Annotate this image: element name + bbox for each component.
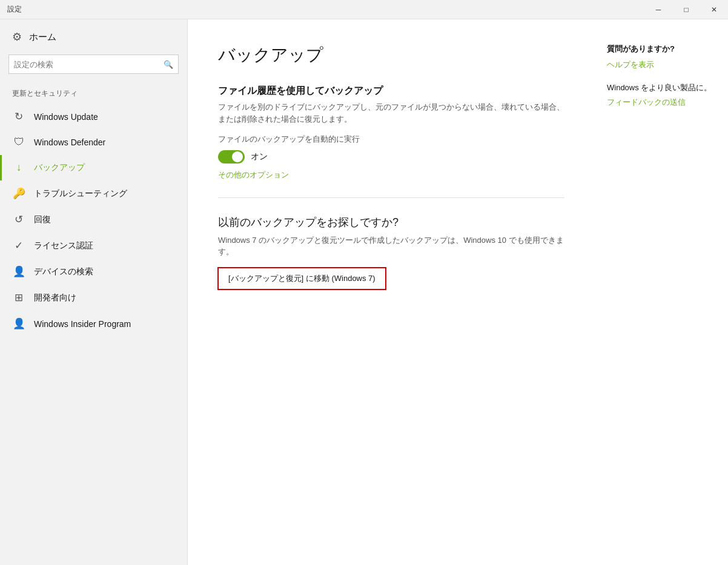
- auto-backup-toggle[interactable]: [218, 150, 245, 164]
- main-content: バックアップ ファイル履歴を使用してバックアップ ファイルを別のドライブにバック…: [188, 19, 595, 565]
- right-panel: 質問がありますか? ヘルプを表示 Windows をより良い製品に。 フィードバ…: [595, 19, 728, 565]
- sidebar-item-label-find-device: デバイスの検索: [34, 266, 93, 277]
- sidebar-item-label-backup: バックアップ: [34, 162, 85, 173]
- sidebar-item-recovery[interactable]: ↺ 回復: [0, 207, 187, 233]
- sidebar-item-label-insider: Windows Insider Program: [34, 319, 131, 329]
- sidebar-item-insider[interactable]: 👤 Windows Insider Program: [0, 311, 187, 337]
- settings-window: 設定 ─ □ ✕ ⚙ ホーム 🔍 更新とセキュリティ ↻ Windows Upd…: [0, 0, 728, 565]
- sidebar-item-backup[interactable]: ↓ バックアップ: [0, 155, 187, 180]
- sidebar-item-windows-update[interactable]: ↻ Windows Update: [0, 104, 187, 130]
- old-backup-desc: Windows 7 のバックアップと復元ツールで作成したバックアップは、Wind…: [218, 234, 564, 258]
- sidebar-item-label-windows-update: Windows Update: [34, 112, 98, 122]
- sidebar-item-label-developer: 開発者向け: [34, 292, 76, 303]
- backup-restore-button[interactable]: [バックアップと復元] に移動 (Windows 7): [218, 268, 386, 289]
- file-history-desc: ファイルを別のドライブにバックアップし、元のファイルが見つからない場合、壊れてい…: [218, 101, 564, 125]
- page-title: バックアップ: [218, 44, 564, 67]
- more-options-link[interactable]: その他のオプション: [218, 170, 289, 179]
- feedback-text: Windows をより良い製品に。: [607, 82, 716, 93]
- sidebar-item-troubleshoot[interactable]: 🔑 トラブルシューティング: [0, 180, 187, 207]
- toggle-on-label: オン: [251, 151, 268, 162]
- recovery-icon: ↺: [12, 213, 25, 226]
- toggle-knob: [232, 151, 243, 162]
- sidebar-item-developer[interactable]: ⊞ 開発者向け: [0, 285, 187, 311]
- backup-icon: ↓: [12, 162, 25, 174]
- sidebar-item-label-recovery: 回復: [34, 214, 51, 225]
- sidebar: ⚙ ホーム 🔍 更新とセキュリティ ↻ Windows Update 🛡 Win…: [0, 19, 188, 565]
- close-button[interactable]: ✕: [700, 0, 728, 19]
- sidebar-item-label-troubleshoot: トラブルシューティング: [34, 188, 127, 199]
- help-title: 質問がありますか?: [607, 44, 716, 55]
- section-divider: [218, 197, 564, 198]
- sidebar-home-label: ホーム: [29, 31, 56, 43]
- sidebar-item-label-defender: Windows Defender: [34, 137, 105, 147]
- sidebar-item-find-device[interactable]: 👤 デバイスの検索: [0, 259, 187, 285]
- activation-icon: ✓: [12, 239, 25, 252]
- content-area: ⚙ ホーム 🔍 更新とセキュリティ ↻ Windows Update 🛡 Win…: [0, 19, 728, 565]
- search-icon: 🔍: [164, 60, 173, 69]
- sidebar-item-label-activation: ライセンス認証: [34, 240, 93, 251]
- home-icon: ⚙: [12, 30, 22, 44]
- sidebar-home[interactable]: ⚙ ホーム: [0, 19, 187, 55]
- insider-icon: 👤: [12, 317, 25, 330]
- find-device-icon: 👤: [12, 265, 25, 278]
- titlebar: 設定 ─ □ ✕: [0, 0, 728, 19]
- old-backup-title: 以前のバックアップをお探しですか?: [218, 215, 564, 230]
- file-history-title: ファイル履歴を使用してバックアップ: [218, 85, 564, 97]
- minimize-button[interactable]: ─: [644, 0, 672, 19]
- help-link[interactable]: ヘルプを表示: [607, 59, 716, 70]
- window-controls: ─ □ ✕: [644, 0, 728, 19]
- defender-icon: 🛡: [12, 136, 25, 148]
- feedback-link[interactable]: フィードバックの送信: [607, 97, 716, 108]
- developer-icon: ⊞: [12, 291, 25, 304]
- sidebar-search-box[interactable]: 🔍: [8, 55, 179, 74]
- search-input[interactable]: [14, 60, 164, 69]
- toggle-row: オン: [218, 150, 564, 164]
- sidebar-item-windows-defender[interactable]: 🛡 Windows Defender: [0, 130, 187, 155]
- auto-backup-label: ファイルのバックアップを自動的に実行: [218, 133, 564, 145]
- maximize-button[interactable]: □: [672, 0, 700, 19]
- sidebar-section-title: 更新とセキュリティ: [0, 82, 187, 104]
- window-title: 設定: [7, 4, 22, 15]
- update-icon: ↻: [12, 110, 25, 123]
- sidebar-item-activation[interactable]: ✓ ライセンス認証: [0, 233, 187, 259]
- troubleshoot-icon: 🔑: [12, 187, 25, 200]
